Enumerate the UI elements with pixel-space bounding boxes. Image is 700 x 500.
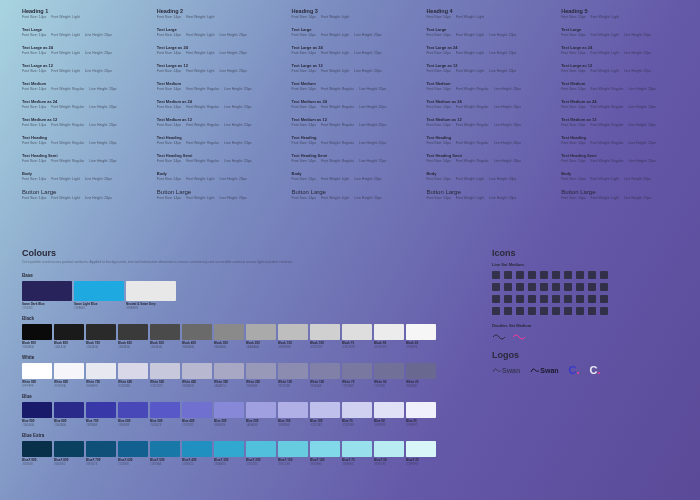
- type-label: Text Medium as 12: [157, 117, 274, 122]
- type-label: Text Medium as 24: [426, 99, 543, 104]
- glyph-icon: [504, 271, 512, 279]
- type-heading: Heading 4Font Size: 14pxFont Weight: Lig…: [426, 8, 543, 19]
- swatch-chip: [182, 441, 212, 457]
- colours-section: Colours Core palette used across product…: [22, 248, 452, 466]
- swatch-row: Black 900#0A0A0ABlack 800#1A1A1ABlack 70…: [22, 324, 452, 349]
- type-meta: Font Size: 14pxFont Weight: LightLine He…: [22, 51, 139, 55]
- type-heading: Heading 5Font Size: 14pxFont Weight: Lig…: [561, 8, 678, 19]
- type-label: Text Medium as 12: [561, 117, 678, 122]
- colour-swatch: Blue 800#2A2A8A: [54, 402, 84, 427]
- glyph-icon: [552, 283, 560, 291]
- section-desc: Core palette used across product surface…: [22, 260, 452, 265]
- glyph-icon: [588, 271, 596, 279]
- type-spec: BodyFont Size: 14pxFont Weight: LightLin…: [22, 171, 139, 181]
- type-spec: Text MediumFont Size: 14pxFont Weight: R…: [157, 81, 274, 91]
- logo-c-white: C.: [590, 364, 601, 376]
- colour-swatch: BlueX 50#B8ECF2: [374, 441, 404, 466]
- swatch-chip: [214, 363, 244, 379]
- colour-swatch: Black 800#1A1A1A: [54, 324, 84, 349]
- swatch-hex: #8A8A8A: [214, 345, 244, 349]
- swatch-chip: [54, 402, 84, 418]
- type-spec: Text Large as 24Font Size: 14pxFont Weig…: [22, 45, 139, 55]
- colour-swatch: Blue 100#C0C0EC: [310, 402, 340, 427]
- swatch-chip: [246, 363, 276, 379]
- colour-swatch: Black 200#AAAAAA: [246, 324, 276, 349]
- swatch-hex: #FFFFFF: [22, 384, 52, 388]
- colour-swatch: White 400#B8B8D0: [182, 363, 212, 388]
- type-meta: Font Size: 14pxFont Weight: LightLine He…: [157, 196, 274, 200]
- swatch-hex: #A8A8C4: [214, 384, 244, 388]
- swatch-chip: [182, 324, 212, 340]
- type-meta: Font Size: 14pxFont Weight: RegularLine …: [157, 159, 274, 163]
- swatch-row: BlueX 900#083048BlueX 800#0A4060BlueX 70…: [22, 441, 452, 466]
- colour-swatch: Black 300#8A8A8A: [214, 324, 244, 349]
- colour-swatch: Blue 400#7070D0: [182, 402, 212, 427]
- swatch-hex: #D0D0D0: [310, 345, 340, 349]
- colour-swatch: White 500#C8C8DC: [150, 363, 180, 388]
- type-spec: Text Medium as 12Font Size: 14pxFont Wei…: [157, 117, 274, 127]
- swatch-chip: [342, 363, 372, 379]
- type-meta: Font Size: 14pxFont Weight: RegularLine …: [292, 105, 409, 109]
- swatch-chip: [118, 324, 148, 340]
- swatch-hex: #F0F0FC: [406, 423, 436, 427]
- type-label: Text Large as 24: [561, 45, 678, 50]
- type-spec: Text Medium as 12Font Size: 14pxFont Wei…: [22, 117, 139, 127]
- type-meta: Font Size: 14pxFont Weight: RegularLine …: [426, 141, 543, 145]
- type-heading: Heading 2Font Size: 14pxFont Weight: Lig…: [157, 8, 274, 19]
- swatch-chip: [150, 363, 180, 379]
- type-spec: Text Medium as 12Font Size: 14pxFont Wei…: [561, 117, 678, 127]
- swatch-chip: [278, 324, 308, 340]
- swatch-hex: #30A8D0: [214, 462, 244, 466]
- type-heading: Heading 1Font Size: 14pxFont Weight: Lig…: [22, 8, 139, 19]
- type-label: Text Large: [292, 27, 409, 32]
- type-label: Text Heading Semi: [22, 153, 139, 158]
- glyph-icon: [564, 295, 572, 303]
- swatch-hex: #E0E0F6: [374, 423, 404, 427]
- swatch-chip: [406, 402, 436, 418]
- design-system-sheet: Heading 1Font Size: 14pxFont Weight: Lig…: [0, 0, 700, 500]
- glyph-icon: [528, 295, 536, 303]
- type-spec: BodyFont Size: 14pxFont Weight: LightLin…: [561, 171, 678, 181]
- swatch-hex: #1FA9E1: [74, 306, 124, 310]
- logos-title: Logos: [492, 350, 678, 360]
- type-spec: Text LargeFont Size: 14pxFont Weight: Li…: [157, 27, 274, 37]
- colour-group-label: Base: [22, 273, 452, 278]
- swatch-chip: [278, 441, 308, 457]
- colour-swatch: Swan Dark Blue#29235C: [22, 281, 72, 310]
- glyph-icon: [576, 283, 584, 291]
- typo-column: Heading 1Font Size: 14pxFont Weight: Lig…: [22, 8, 139, 238]
- colour-swatch: Black 500#4A4A4A: [150, 324, 180, 349]
- swatch-chip: [214, 441, 244, 457]
- type-label: Text Large as 12: [292, 63, 409, 68]
- type-spec: Button LargeFont Size: 14pxFont Weight: …: [157, 189, 274, 200]
- type-label: Button Large: [157, 189, 274, 195]
- swatch-chip: [246, 324, 276, 340]
- logo-c-blue: C.: [569, 364, 580, 376]
- colour-swatch: Blue 50#E0E0F6: [374, 402, 404, 427]
- glyph-icon: [564, 283, 572, 291]
- type-meta: Font Size: 14pxFont Weight: LightLine He…: [426, 33, 543, 37]
- type-spec: Text Large as 24Font Size: 14pxFont Weig…: [561, 45, 678, 55]
- swatch-hex: #D8F6F8: [406, 462, 436, 466]
- swatch-hex: #9898B8: [246, 384, 276, 388]
- icon-set-label: Line Set Medium: [492, 262, 678, 267]
- swatch-hex: #50C0DC: [246, 462, 276, 466]
- typo-column: Heading 4Font Size: 14pxFont Weight: Lig…: [426, 8, 543, 238]
- type-label: Text Large: [561, 27, 678, 32]
- colour-swatch: Black 50#ECECEC: [374, 324, 404, 349]
- swatch-hex: #80D8E8: [310, 462, 340, 466]
- section-title: Icons: [492, 248, 678, 258]
- type-label: Button Large: [561, 189, 678, 195]
- colour-swatch: Black 700#2A2A2A: [86, 324, 116, 349]
- colour-swatch: White 25#686890: [406, 363, 436, 388]
- type-meta: Font Size: 14pxFont Weight: RegularLine …: [426, 87, 543, 91]
- type-meta: Font Size: 14pxFont Weight: LightLine He…: [22, 69, 139, 73]
- colour-swatch: White 300#A8A8C4: [214, 363, 244, 388]
- type-spec: BodyFont Size: 14pxFont Weight: LightLin…: [157, 171, 274, 181]
- swatch-hex: #2A2A8A: [54, 423, 84, 427]
- glyph-icon: [492, 295, 500, 303]
- type-meta: Font Size: 14pxFont Weight: LightLine He…: [292, 177, 409, 181]
- type-meta: Font Size: 14pxFont Weight: LightLine He…: [292, 51, 409, 55]
- type-spec: Text Large as 12Font Size: 14pxFont Weig…: [157, 63, 274, 73]
- type-label: Text Medium: [426, 81, 543, 86]
